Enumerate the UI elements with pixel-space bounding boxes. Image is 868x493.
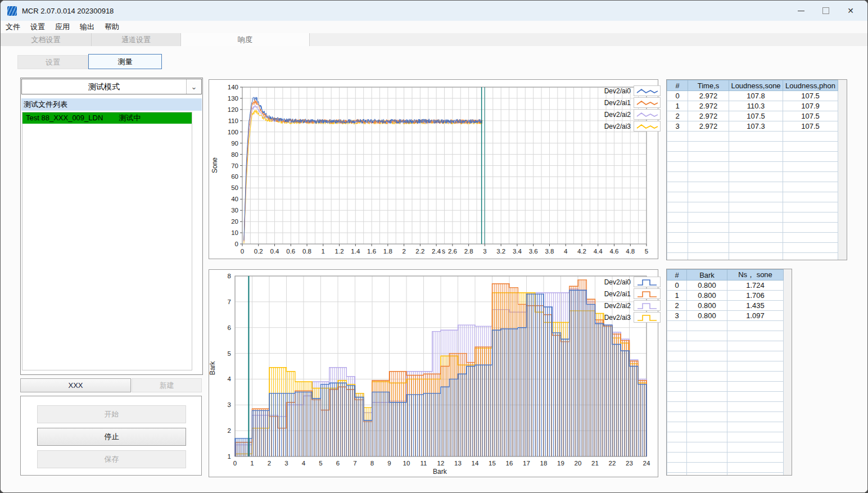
table-row[interactable]: 00.8001.724 (667, 281, 784, 291)
table-row[interactable] (667, 243, 838, 253)
table-cell: 2.972 (688, 121, 729, 132)
close-button[interactable]: ✕ (838, 2, 863, 19)
table-row[interactable] (667, 432, 784, 442)
table-row[interactable] (667, 182, 838, 192)
tab-channel-settings[interactable]: 通道设置 (92, 33, 181, 46)
table-row[interactable] (667, 372, 784, 382)
table-row[interactable] (667, 453, 784, 463)
subtab-measure[interactable]: 测量 (88, 54, 162, 69)
table-row[interactable] (667, 162, 838, 172)
table-cell (667, 361, 687, 372)
xxx-button[interactable]: XXX (20, 378, 131, 392)
table-row[interactable] (667, 331, 784, 341)
table-row[interactable] (667, 473, 784, 476)
table-row[interactable] (667, 442, 784, 453)
table-row[interactable] (667, 412, 784, 422)
test-file-status: 测试中 (119, 114, 141, 122)
top-chart-xlabel: s (442, 247, 445, 255)
table-cell (687, 351, 727, 361)
legend-item[interactable]: Dev2/ai0 (596, 85, 661, 97)
svg-text:90: 90 (231, 140, 238, 147)
svg-text:18: 18 (540, 460, 548, 467)
menu-settings[interactable]: 设置 (25, 22, 50, 32)
table-row[interactable] (667, 142, 838, 152)
table-cell (688, 233, 729, 243)
table-row[interactable] (667, 172, 838, 182)
table-row[interactable] (667, 422, 784, 432)
table-row[interactable] (667, 152, 838, 162)
table-row[interactable] (667, 212, 838, 223)
table-cell (727, 341, 784, 351)
tab-document-settings[interactable]: 文档设置 (1, 33, 92, 46)
maximize-icon (822, 7, 829, 14)
table-row[interactable]: 32.972107.3107.5 (667, 121, 838, 132)
loudness-time-chart[interactable]: 010203040506070809010011012013014000.20.… (209, 80, 658, 259)
svg-text:2.2: 2.2 (415, 248, 424, 255)
table-header-cell: Time,s (688, 80, 729, 91)
table-cell (783, 243, 838, 253)
table-row[interactable]: 02.972107.8107.5 (667, 91, 838, 101)
minimize-button[interactable] (789, 2, 813, 19)
table-row[interactable]: 30.8001.097 (667, 311, 784, 321)
menu-file[interactable]: 文件 (1, 22, 25, 32)
table-row[interactable]: 10.8001.706 (667, 291, 784, 301)
table-cell (688, 162, 729, 172)
table-row[interactable] (667, 402, 784, 412)
svg-text:70: 70 (231, 162, 238, 169)
legend-item[interactable]: Dev2/ai0 (596, 276, 661, 288)
svg-text:7: 7 (228, 298, 231, 305)
svg-text:3.4: 3.4 (513, 248, 522, 255)
table-row[interactable]: 20.8001.435 (667, 301, 784, 311)
table-row[interactable] (667, 392, 784, 402)
table-cell: 3 (667, 121, 688, 132)
menu-output[interactable]: 输出 (75, 22, 100, 32)
legend-label: Dev2/ai3 (596, 314, 634, 322)
table-row[interactable] (667, 202, 838, 212)
table-cell (729, 182, 783, 192)
svg-text:20: 20 (575, 460, 582, 467)
table-row[interactable]: 22.972107.5107.5 (667, 111, 838, 121)
legend-item[interactable]: Dev2/ai2 (596, 300, 661, 311)
table-row[interactable] (667, 253, 838, 261)
new-button: 新建 (132, 378, 202, 392)
table-cell: 2.972 (688, 91, 729, 101)
table-row[interactable] (667, 192, 838, 202)
svg-text:10: 10 (231, 229, 238, 236)
step-series-icon (634, 300, 661, 311)
table-cell (783, 142, 838, 152)
tab-loudness[interactable]: 响度 (181, 33, 310, 46)
table-row[interactable] (667, 233, 838, 243)
table-row[interactable] (667, 321, 784, 331)
svg-text:5: 5 (319, 460, 322, 467)
table-cell (783, 192, 838, 202)
table-row[interactable] (667, 132, 838, 142)
table-row[interactable] (667, 463, 784, 473)
loudness-table-panel: #Time,sLoudness,soneLoudness,phon02.9721… (666, 79, 847, 260)
test-mode-dropdown[interactable]: 测试模式 ⌄ (21, 79, 202, 94)
table-cell (687, 372, 727, 382)
legend-item[interactable]: Dev2/ai1 (596, 97, 661, 108)
maximize-button[interactable] (813, 2, 838, 19)
table-row[interactable] (667, 361, 784, 372)
table-row[interactable] (667, 351, 784, 361)
table-row[interactable] (667, 223, 838, 233)
legend-item[interactable]: Dev2/ai3 (596, 120, 661, 132)
legend-item[interactable]: Dev2/ai3 (596, 311, 661, 323)
chevron-down-icon[interactable]: ⌄ (186, 79, 201, 94)
table-cell (688, 132, 729, 142)
stop-button[interactable]: 停止 (37, 428, 186, 446)
table-cell (727, 392, 784, 402)
legend-item[interactable]: Dev2/ai1 (596, 288, 661, 300)
table-row[interactable] (667, 341, 784, 351)
menu-help[interactable]: 帮助 (100, 22, 124, 32)
specific-loudness-chart[interactable]: 1234567801234567891011121314151617181920… (209, 270, 658, 477)
menu-apply[interactable]: 应用 (50, 22, 75, 32)
svg-text:4: 4 (302, 460, 306, 467)
legend-item[interactable]: Dev2/ai2 (596, 108, 661, 120)
table-row[interactable]: 12.972110.3107.9 (667, 101, 838, 111)
table-row[interactable] (667, 382, 784, 392)
table-cell (688, 192, 729, 202)
svg-text:0.6: 0.6 (286, 248, 295, 255)
table-cell: 0 (667, 91, 688, 101)
test-file-item[interactable]: Test 88_XXX_009_LDN测试中 (22, 112, 192, 124)
